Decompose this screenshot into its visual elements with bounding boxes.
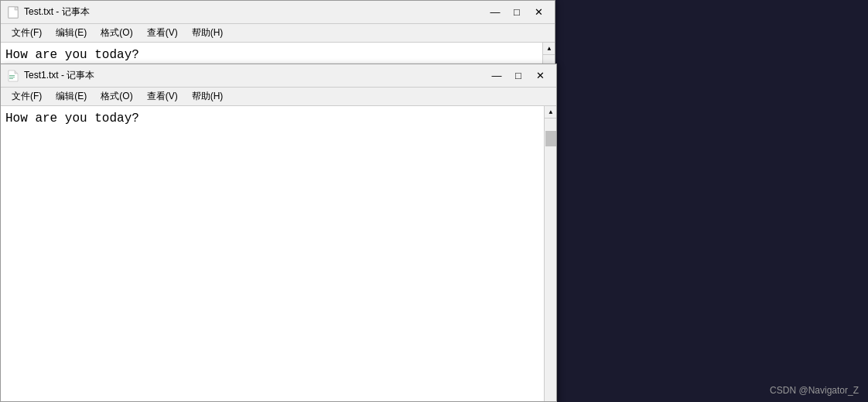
svg-rect-7: [9, 77, 15, 77]
notepad-2-scroll-thumb[interactable]: [545, 131, 556, 146]
notepad-2-menubar: 文件(F) 编辑(E) 格式(O) 查看(V) 帮助(H): [1, 88, 556, 106]
csdn-watermark: CSDN @Navigator_Z: [770, 385, 859, 396]
notepad-1-menu-edit[interactable]: 编辑(E): [50, 25, 93, 41]
notepad-2-menu-file[interactable]: 文件(F): [5, 88, 48, 105]
notepad-2-maximize[interactable]: □: [508, 68, 528, 84]
csdn-watermark-text: CSDN @Navigator_Z: [770, 385, 859, 396]
notepad-1-menu-help[interactable]: 帮助(H): [186, 25, 230, 41]
notepad-2-menu-format[interactable]: 格式(O): [94, 88, 138, 105]
notepad-1-close[interactable]: ✕: [528, 5, 548, 20]
notepad-2-menu-view[interactable]: 查看(V): [141, 88, 184, 105]
notepad-2-menu-help[interactable]: 帮助(H): [186, 88, 230, 105]
notepad-1-menu-file[interactable]: 文件(F): [5, 25, 48, 41]
notepad-1-menu-view[interactable]: 查看(V): [141, 25, 184, 41]
notepad-2-scroll-up[interactable]: ▲: [545, 106, 556, 119]
notepad-1-scroll-up[interactable]: ▲: [543, 43, 555, 55]
notepad-2-content-area[interactable]: How are you today? ▲: [1, 106, 556, 401]
notepad-2-close[interactable]: ✕: [530, 68, 550, 84]
notepad-2-minimize[interactable]: —: [487, 68, 507, 84]
notepad-2-icon: [7, 70, 19, 82]
notepad-2-scrollbar[interactable]: ▲: [544, 106, 556, 401]
notepad-2-controls: — □ ✕: [487, 68, 550, 84]
notepad-2-title: Test1.txt - 记事本: [24, 69, 487, 82]
notepad-1-icon: [7, 6, 19, 19]
notepad-1-menu-format[interactable]: 格式(O): [94, 25, 138, 41]
notepad-2-content: How are you today?: [5, 109, 552, 128]
notepad-1-menubar: 文件(F) 编辑(E) 格式(O) 查看(V) 帮助(H): [1, 24, 555, 43]
notepad-window-2: Test1.txt - 记事本 — □ ✕ 文件(F) 编辑(E) 格式(O) …: [0, 64, 557, 402]
notepad-2-titlebar: Test1.txt - 记事本 — □ ✕: [1, 64, 556, 88]
svg-rect-6: [9, 75, 15, 76]
notepad-1-minimize[interactable]: —: [485, 5, 505, 20]
notepad-2-menu-edit[interactable]: 编辑(E): [50, 88, 93, 105]
notepad-1-content: How are you today?: [5, 46, 550, 64]
svg-rect-8: [9, 78, 13, 79]
notepad-1-controls: — □ ✕: [485, 5, 548, 20]
notepad-1-title: Test.txt - 记事本: [24, 5, 485, 19]
notepad-1-titlebar: Test.txt - 记事本 — □ ✕: [1, 1, 555, 24]
notepad-1-maximize[interactable]: □: [507, 5, 527, 20]
